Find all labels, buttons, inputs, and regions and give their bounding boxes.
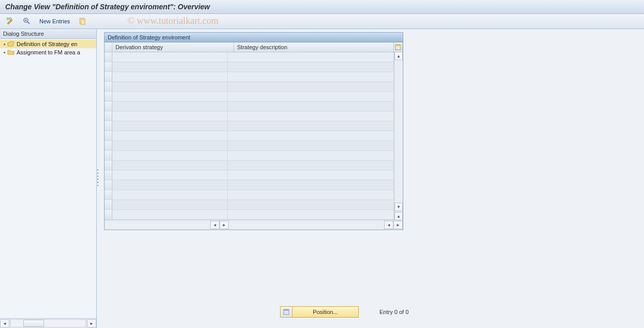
table-row[interactable] — [105, 210, 403, 220]
position-button[interactable]: Position... — [280, 306, 359, 318]
tree-item-assignment-fm-area[interactable]: ▪ Assignment to FM area a — [0, 48, 96, 56]
cell-strategy-description[interactable] — [228, 210, 394, 219]
cell-derivation-strategy[interactable] — [112, 111, 228, 121]
table-panel: Definition of Strategy enviroment Deriva… — [104, 32, 403, 230]
panel-title: Definition of Strategy enviroment — [105, 33, 403, 42]
column-header-strategy-description[interactable]: Strategy description — [234, 42, 394, 52]
table-row[interactable] — [105, 131, 403, 141]
row-header[interactable] — [105, 170, 112, 180]
sidebar-header: Dialog Structure — [0, 29, 96, 39]
cell-derivation-strategy[interactable] — [112, 170, 228, 180]
sidebar-horizontal-scrollbar[interactable]: ◄ ► — [0, 318, 96, 328]
table-row[interactable] — [105, 170, 403, 180]
cell-strategy-description[interactable] — [228, 200, 394, 209]
row-header[interactable] — [105, 111, 112, 121]
cell-strategy-description[interactable] — [228, 92, 394, 101]
row-header[interactable] — [105, 52, 112, 62]
table-row[interactable] — [105, 82, 403, 92]
scroll-right-button[interactable]: ◄ — [384, 221, 393, 229]
table-row[interactable] — [105, 141, 403, 151]
cell-derivation-strategy[interactable] — [112, 72, 228, 81]
cell-derivation-strategy[interactable] — [112, 190, 228, 199]
cell-derivation-strategy[interactable] — [112, 62, 228, 72]
table-row[interactable] — [105, 161, 403, 170]
copy-as-button[interactable] — [76, 16, 89, 26]
table-row[interactable] — [105, 151, 403, 161]
cell-strategy-description[interactable] — [228, 180, 394, 190]
cell-derivation-strategy[interactable] — [112, 210, 228, 219]
row-header[interactable] — [105, 161, 112, 170]
table-config-button[interactable] — [394, 42, 403, 52]
tree-item-definition-strategy[interactable]: ▪ Definition of Strategy en — [0, 40, 96, 48]
cell-strategy-description[interactable] — [228, 161, 394, 170]
table-row[interactable] — [105, 200, 403, 210]
cell-strategy-description[interactable] — [228, 141, 394, 150]
table-row[interactable] — [105, 180, 403, 190]
toggle-display-change-button[interactable] — [4, 16, 17, 26]
cell-strategy-description[interactable] — [228, 121, 394, 131]
row-header[interactable] — [105, 92, 112, 101]
cell-derivation-strategy[interactable] — [112, 82, 228, 91]
row-header[interactable] — [105, 141, 112, 150]
row-header[interactable] — [105, 62, 112, 72]
cell-strategy-description[interactable] — [228, 62, 394, 72]
column-header-derivation-strategy[interactable]: Derivation strategy — [112, 42, 234, 52]
row-header[interactable] — [105, 180, 112, 190]
cell-derivation-strategy[interactable] — [112, 92, 228, 101]
main-area: Dialog Structure ▪ Definition of Strateg… — [0, 29, 644, 328]
row-header[interactable] — [105, 151, 112, 160]
cell-strategy-description[interactable] — [228, 52, 394, 62]
row-header[interactable] — [105, 131, 112, 140]
select-button[interactable] — [21, 16, 33, 26]
cell-strategy-description[interactable] — [228, 111, 394, 121]
cell-strategy-description[interactable] — [228, 131, 394, 140]
cell-strategy-description[interactable] — [228, 190, 394, 199]
scroll-right-button[interactable]: ► — [87, 319, 96, 327]
scroll-up-button-2[interactable]: ▲ — [394, 212, 403, 220]
table-row[interactable] — [105, 52, 403, 62]
cell-derivation-strategy[interactable] — [112, 200, 228, 209]
cell-strategy-description[interactable] — [228, 102, 394, 111]
new-entries-button[interactable]: New Entries — [37, 18, 72, 24]
scroll-last-button[interactable]: ► — [393, 221, 403, 229]
svg-rect-10 — [285, 312, 288, 313]
scroll-first-button[interactable]: ◄ — [210, 221, 219, 229]
cell-derivation-strategy[interactable] — [112, 151, 228, 160]
table-row[interactable] — [105, 121, 403, 131]
row-header[interactable] — [105, 102, 112, 111]
scrollbar-track[interactable] — [10, 319, 86, 327]
cell-derivation-strategy[interactable] — [112, 141, 228, 150]
scroll-left-button[interactable]: ◄ — [0, 319, 9, 327]
cell-derivation-strategy[interactable] — [112, 52, 228, 62]
cell-strategy-description[interactable] — [228, 82, 394, 91]
table-row[interactable] — [105, 111, 403, 121]
table-row[interactable] — [105, 190, 403, 200]
row-header[interactable] — [105, 200, 112, 209]
table-vertical-scrollbar[interactable]: ▲ ▼ ▲ — [394, 52, 403, 220]
table-row[interactable] — [105, 72, 403, 82]
row-header[interactable] — [105, 210, 112, 219]
cell-derivation-strategy[interactable] — [112, 131, 228, 140]
table-row[interactable] — [105, 62, 403, 72]
scroll-up-button[interactable]: ▲ — [394, 52, 403, 60]
scroll-left-button[interactable]: ► — [219, 221, 229, 229]
row-header[interactable] — [105, 82, 112, 91]
row-header[interactable] — [105, 72, 112, 81]
row-header[interactable] — [105, 121, 112, 131]
row-header[interactable] — [105, 190, 112, 199]
table-horizontal-scrollbar[interactable]: ◄ ► ◄ ► — [105, 220, 403, 230]
cell-derivation-strategy[interactable] — [112, 121, 228, 131]
cell-derivation-strategy[interactable] — [112, 161, 228, 170]
cell-derivation-strategy[interactable] — [112, 180, 228, 190]
cell-derivation-strategy[interactable] — [112, 102, 228, 111]
cell-strategy-description[interactable] — [228, 170, 394, 180]
splitter-handle[interactable] — [97, 167, 100, 190]
cell-strategy-description[interactable] — [228, 151, 394, 160]
tree-bullet: ▪ — [2, 49, 7, 55]
scroll-down-button[interactable]: ▼ — [394, 203, 403, 211]
cell-strategy-description[interactable] — [228, 72, 394, 81]
scrollbar-thumb[interactable] — [23, 320, 44, 327]
table-row[interactable] — [105, 102, 403, 111]
svg-rect-7 — [396, 45, 401, 46]
table-row[interactable] — [105, 92, 403, 102]
